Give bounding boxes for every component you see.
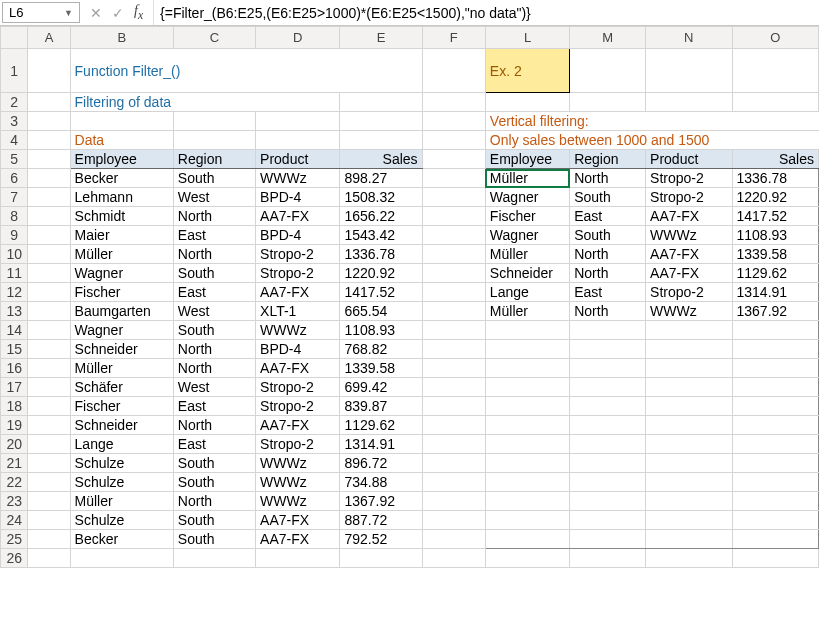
cell[interactable]: Fischer [70, 397, 173, 416]
cell[interactable]: Müller [70, 359, 173, 378]
cell[interactable] [485, 549, 569, 568]
name-box[interactable]: L6 ▼ [2, 2, 80, 23]
cell[interactable]: 665.54 [340, 302, 422, 321]
th-product-r[interactable]: Product [646, 150, 732, 169]
cell[interactable] [422, 93, 485, 112]
cell[interactable]: WWWz [646, 302, 732, 321]
cell[interactable]: XLT-1 [256, 302, 340, 321]
cell[interactable]: Baumgarten [70, 302, 173, 321]
cell[interactable]: 1336.78 [340, 245, 422, 264]
row-header[interactable]: 21 [1, 454, 28, 473]
example-label[interactable]: Ex. 2 [485, 49, 569, 93]
cell[interactable]: 1314.91 [340, 435, 422, 454]
cell[interactable]: 1129.62 [340, 416, 422, 435]
cell[interactable] [485, 340, 569, 359]
cell[interactable]: WWWz [646, 226, 732, 245]
cell[interactable]: AA7-FX [646, 264, 732, 283]
cell[interactable]: West [173, 302, 255, 321]
cell[interactable]: 699.42 [340, 378, 422, 397]
cell[interactable] [485, 359, 569, 378]
cell[interactable] [422, 49, 485, 93]
cell[interactable] [570, 435, 646, 454]
cell[interactable]: North [570, 264, 646, 283]
cell[interactable]: South [173, 169, 255, 188]
row-header[interactable]: 25 [1, 530, 28, 549]
cell[interactable]: 1417.52 [732, 207, 818, 226]
cell[interactable] [28, 359, 70, 378]
cell[interactable] [28, 49, 70, 93]
cell[interactable] [732, 93, 818, 112]
cell[interactable]: Stropo-2 [256, 245, 340, 264]
cell[interactable] [646, 397, 732, 416]
col-header[interactable]: O [732, 27, 818, 49]
cell[interactable] [646, 492, 732, 511]
cell[interactable] [256, 131, 340, 150]
cell[interactable] [28, 245, 70, 264]
cell[interactable] [422, 454, 485, 473]
cell[interactable] [732, 359, 818, 378]
cell[interactable] [28, 169, 70, 188]
cell[interactable]: Stropo-2 [256, 264, 340, 283]
cell[interactable]: South [173, 454, 255, 473]
cell[interactable] [28, 150, 70, 169]
vfilter-line1[interactable]: Vertical filtering: [485, 112, 818, 131]
cell[interactable] [732, 49, 818, 93]
col-header[interactable]: E [340, 27, 422, 49]
formula-input[interactable]: {=Filter_(B6:E25,(E6:E25>1000)*(E6:E25<1… [154, 0, 819, 25]
cell[interactable] [256, 549, 340, 568]
cell[interactable]: Lange [70, 435, 173, 454]
th-sales[interactable]: Sales [340, 150, 422, 169]
cell[interactable] [28, 473, 70, 492]
cell[interactable] [646, 549, 732, 568]
cell[interactable]: AA7-FX [256, 416, 340, 435]
cell[interactable] [732, 454, 818, 473]
cell[interactable] [173, 549, 255, 568]
row-header[interactable]: 11 [1, 264, 28, 283]
cell[interactable]: Wagner [485, 226, 569, 245]
cell[interactable] [422, 302, 485, 321]
cancel-icon[interactable]: ✕ [90, 5, 102, 21]
th-sales-r[interactable]: Sales [732, 150, 818, 169]
cell[interactable]: 1108.93 [340, 321, 422, 340]
cell[interactable] [28, 264, 70, 283]
cell[interactable]: Wagner [70, 321, 173, 340]
cell[interactable]: 1108.93 [732, 226, 818, 245]
cell[interactable] [28, 435, 70, 454]
row-header[interactable]: 1 [1, 49, 28, 93]
cell[interactable]: North [173, 492, 255, 511]
cell[interactable]: Müller [485, 302, 569, 321]
cell[interactable]: Schulze [70, 511, 173, 530]
row-header[interactable]: 19 [1, 416, 28, 435]
cell[interactable] [28, 226, 70, 245]
cell[interactable] [422, 169, 485, 188]
cell[interactable]: 1336.78 [732, 169, 818, 188]
cell[interactable] [28, 188, 70, 207]
cell[interactable]: AA7-FX [646, 245, 732, 264]
cell[interactable] [570, 340, 646, 359]
col-header[interactable]: D [256, 27, 340, 49]
cell[interactable] [485, 454, 569, 473]
cell[interactable] [485, 321, 569, 340]
cell[interactable]: South [173, 473, 255, 492]
cell[interactable] [422, 245, 485, 264]
chevron-down-icon[interactable]: ▼ [64, 8, 73, 18]
cell[interactable]: 1656.22 [340, 207, 422, 226]
cell[interactable] [485, 416, 569, 435]
cell[interactable] [28, 492, 70, 511]
cell[interactable] [646, 321, 732, 340]
fx-icon[interactable]: fx [134, 3, 143, 22]
cell[interactable]: Becker [70, 169, 173, 188]
cell[interactable]: 898.27 [340, 169, 422, 188]
row-header[interactable]: 12 [1, 283, 28, 302]
cell[interactable] [485, 397, 569, 416]
cell[interactable] [28, 283, 70, 302]
cell[interactable] [422, 283, 485, 302]
cell[interactable] [570, 93, 646, 112]
cell[interactable] [732, 416, 818, 435]
row-header[interactable]: 3 [1, 112, 28, 131]
cell[interactable] [28, 511, 70, 530]
row-header[interactable]: 14 [1, 321, 28, 340]
cell[interactable] [732, 435, 818, 454]
cell[interactable]: BPD-4 [256, 226, 340, 245]
cell[interactable] [570, 359, 646, 378]
